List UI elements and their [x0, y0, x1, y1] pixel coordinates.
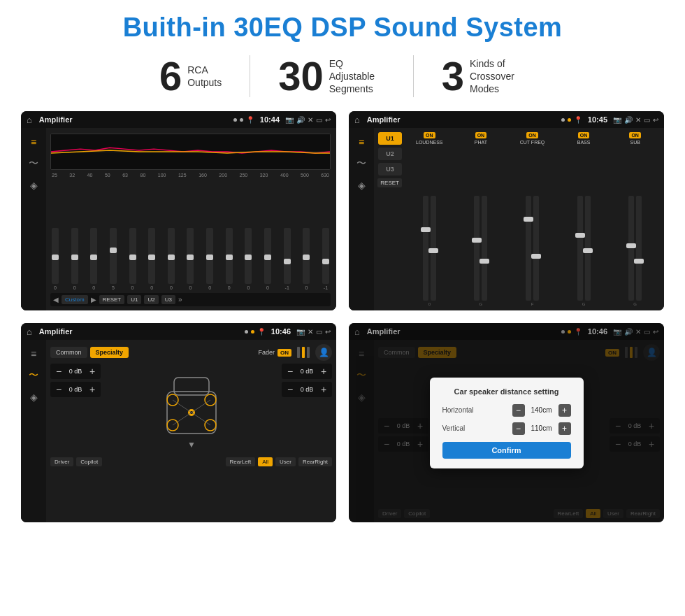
- rearleft-btn[interactable]: RearLeft: [226, 457, 256, 466]
- slider-track-8[interactable]: [187, 228, 194, 284]
- stat-label-rca: RCAOutputs: [187, 64, 222, 89]
- slider-track-14[interactable]: [303, 228, 310, 284]
- custom-btn[interactable]: Custom: [62, 295, 88, 304]
- fader-left-bot-plus[interactable]: +: [87, 384, 97, 395]
- fader-speaker-icon[interactable]: ◈: [30, 392, 38, 403]
- fader-right-top-minus[interactable]: −: [285, 366, 295, 377]
- wave-icon[interactable]: 〜: [29, 157, 38, 170]
- confirm-button[interactable]: Confirm: [442, 442, 571, 459]
- slider-track-5[interactable]: [129, 228, 136, 284]
- dsp-wave-icon[interactable]: 〜: [356, 157, 366, 170]
- freq-200: 200: [219, 173, 227, 178]
- slider-thumb-9[interactable]: [206, 255, 213, 260]
- sub-slider-1[interactable]: [628, 196, 634, 301]
- slider-thumb-1[interactable]: [52, 255, 59, 260]
- eq-icon[interactable]: ≡: [31, 136, 36, 148]
- slider-col-1: 0: [52, 228, 59, 290]
- slider-track-9[interactable]: [206, 228, 213, 284]
- home-icon[interactable]: ⌂: [27, 115, 32, 125]
- common-tab[interactable]: Common: [50, 347, 87, 358]
- slider-thumb-15[interactable]: [322, 259, 329, 264]
- slider-track-7[interactable]: [168, 228, 175, 284]
- camera-icon: 📷: [285, 116, 294, 124]
- slider-thumb-4[interactable]: [110, 248, 117, 253]
- fader-screen-content: ≡ 〜 ◈ Common Specialty Fader ON: [21, 340, 336, 522]
- copilot-btn[interactable]: Copilot: [76, 457, 102, 466]
- fader-back-icon[interactable]: ↩: [325, 328, 331, 336]
- phat-slider-1[interactable]: [474, 196, 480, 301]
- slider-thumb-6[interactable]: [148, 255, 155, 260]
- next-icon[interactable]: ▶: [91, 296, 96, 303]
- dsp-reset-btn[interactable]: RESET: [377, 178, 402, 187]
- user-btn[interactable]: User: [275, 457, 296, 466]
- u1-btn[interactable]: U1: [127, 295, 141, 304]
- slider-thumb-10[interactable]: [226, 255, 233, 260]
- fader-right-top-plus[interactable]: +: [319, 366, 329, 377]
- fader-left-bot-minus[interactable]: −: [54, 384, 64, 395]
- u2-btn[interactable]: U2: [144, 295, 158, 304]
- slider-thumb-14[interactable]: [303, 255, 310, 260]
- slider-track-11[interactable]: [245, 228, 252, 284]
- slider-val-12: 0: [266, 285, 269, 290]
- slider-track-3[interactable]: [90, 228, 97, 284]
- specialty-tab[interactable]: Specialty: [90, 347, 129, 358]
- slider-thumb-12[interactable]: [264, 255, 271, 260]
- fader-left-top-plus[interactable]: +: [87, 366, 97, 377]
- slider-thumb-3[interactable]: [90, 255, 97, 260]
- expand-icon[interactable]: »: [178, 296, 182, 303]
- u3-btn[interactable]: U3: [161, 295, 175, 304]
- phat-slider-2[interactable]: [482, 196, 487, 301]
- slider-track-12[interactable]: [264, 228, 271, 284]
- rearright-btn[interactable]: RearRight: [298, 457, 332, 466]
- loudness-slider-1[interactable]: [423, 196, 428, 301]
- vertical-minus-btn[interactable]: −: [512, 422, 525, 435]
- fader-eq-icon[interactable]: ≡: [31, 348, 36, 359]
- dsp-eq-icon[interactable]: ≡: [359, 136, 364, 148]
- dsp-home-icon[interactable]: ⌂: [354, 115, 360, 125]
- speaker-icon[interactable]: ◈: [30, 180, 38, 191]
- u2-preset-btn[interactable]: U2: [378, 148, 402, 160]
- slider-track-1[interactable]: [52, 228, 59, 284]
- slider-thumb-11[interactable]: [245, 255, 252, 260]
- u3-preset-btn[interactable]: U3: [378, 163, 402, 176]
- eq-status-icons: 📍 10:44 📷 🔊 ✕ ▭ ↩: [246, 115, 331, 124]
- fader-right-bot-minus[interactable]: −: [285, 384, 295, 395]
- slider-track-6[interactable]: [148, 228, 155, 284]
- bass-slider-1[interactable]: [577, 196, 583, 301]
- slider-track-15[interactable]: [322, 228, 329, 284]
- cutfreq-slider-1[interactable]: [526, 196, 531, 301]
- slider-thumb-5[interactable]: [129, 255, 136, 260]
- slider-thumb-13[interactable]: [284, 259, 291, 264]
- eq-status-bar: ⌂ Amplifier 📍 10:44 📷 🔊 ✕ ▭ ↩: [21, 111, 336, 128]
- slider-thumb-8[interactable]: [187, 255, 194, 260]
- fader-time: 10:46: [271, 327, 291, 336]
- dsp-back-icon[interactable]: ↩: [653, 116, 658, 124]
- slider-track-13[interactable]: [284, 228, 291, 284]
- slider-track-2[interactable]: [71, 228, 78, 284]
- fader-home-icon[interactable]: ⌂: [27, 327, 32, 337]
- stat-number-eq: 30: [278, 56, 324, 96]
- back-icon[interactable]: ↩: [325, 116, 331, 124]
- horizontal-minus-btn[interactable]: −: [512, 404, 525, 417]
- fader-user-icon-btn[interactable]: 👤: [315, 344, 332, 361]
- reset-btn[interactable]: RESET: [99, 295, 125, 304]
- horizontal-plus-btn[interactable]: +: [558, 404, 571, 417]
- fader-right-bot-plus[interactable]: +: [319, 384, 329, 395]
- cutfreq-slider-2[interactable]: [533, 196, 539, 301]
- driver-btn[interactable]: Driver: [50, 457, 73, 466]
- all-btn[interactable]: All: [258, 457, 273, 466]
- fader-wave-icon[interactable]: 〜: [29, 369, 38, 382]
- bass-slider-2[interactable]: [585, 196, 591, 301]
- slider-track-10[interactable]: [226, 228, 233, 284]
- loudness-slider-2[interactable]: [431, 196, 436, 301]
- dsp-speaker-icon[interactable]: ◈: [358, 180, 366, 191]
- sub-slider-2[interactable]: [636, 196, 642, 301]
- vertical-plus-btn[interactable]: +: [558, 422, 571, 435]
- u1-preset-btn[interactable]: U1: [378, 132, 402, 145]
- slider-thumb-2[interactable]: [71, 255, 78, 260]
- slider-thumb-7[interactable]: [168, 255, 175, 260]
- slider-val-4: 5: [112, 285, 115, 290]
- slider-track-4[interactable]: [110, 228, 117, 284]
- fader-left-top-minus[interactable]: −: [54, 366, 64, 377]
- prev-icon[interactable]: ◀: [53, 296, 59, 303]
